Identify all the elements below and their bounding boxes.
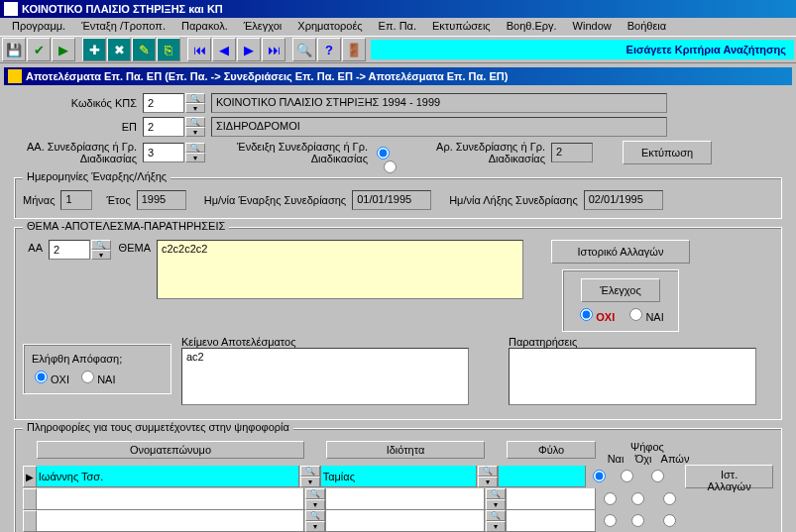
aa-syn-lookup[interactable]: 🔍▾: [185, 143, 205, 162]
menu-xrimatoroes[interactable]: Χρηματοροές: [289, 18, 370, 36]
vote-nai-radio[interactable]: [604, 514, 617, 527]
hm-enarx-field: 01/01/1995: [352, 190, 431, 210]
col-name: Ονοματεπώνυμο: [37, 441, 304, 459]
history-button[interactable]: Ιστορικό Αλλαγών: [551, 240, 690, 264]
ar-syn-field: 2: [551, 143, 593, 162]
table-row[interactable]: ▶ Ιωάννης Τσσ. 🔍▾ Ταμίας 🔍▾ Ιστ. Αλλαγών: [23, 465, 773, 488]
cell-gender[interactable]: [507, 510, 596, 532]
menu-eppa[interactable]: Επ. Πα.: [371, 18, 424, 36]
vote-apon-radio[interactable]: [651, 470, 664, 482]
kps-code-input[interactable]: [143, 93, 184, 113]
play-icon[interactable]: ▶: [52, 38, 75, 61]
label-aa: ΑΑ: [23, 240, 49, 254]
aa-syn-input[interactable]: [143, 143, 184, 162]
menu-programm[interactable]: Προγραμμ.: [4, 18, 73, 36]
vote-apon-radio[interactable]: [663, 492, 676, 505]
check-oxi-radio[interactable]: [580, 308, 593, 321]
menu-elegxoi[interactable]: Έλεγχοι: [236, 18, 290, 36]
help-icon[interactable]: ?: [317, 38, 341, 61]
elegxos-box: Έλεγχος ΟΧΙ ΝΑΙ: [562, 269, 679, 332]
cell-gender[interactable]: [499, 466, 586, 487]
menu-window[interactable]: Window: [565, 18, 620, 36]
row-marker-icon: ▶: [23, 466, 37, 487]
cell-role[interactable]: [326, 510, 485, 532]
check-oxi-label[interactable]: ΟΧΙ: [577, 311, 615, 323]
cell-name[interactable]: [37, 488, 304, 510]
apofasi-nai-label[interactable]: ΝΑΙ: [78, 373, 115, 385]
next-icon[interactable]: ▶: [237, 38, 261, 61]
dates-fieldset: Ημερομηνίες Έναρξης/Λήξης Μήνας 1 Έτος 1…: [14, 177, 782, 219]
paratiriseis-textarea[interactable]: [509, 348, 756, 405]
child-titlebar: Αποτελέσματα Επ. Πα. ΕΠ (Επ. Πα. -> Συνε…: [4, 67, 792, 85]
menu-ektyposeis[interactable]: Εκτυπώσεις: [424, 18, 499, 36]
cell-role[interactable]: Ταμίας: [321, 466, 477, 487]
menu-parakol[interactable]: Παρακολ.: [173, 18, 236, 36]
vote-oxi-radio[interactable]: [631, 514, 644, 527]
child-title: Αποτελέσματα Επ. Πα. ΕΠ (Επ. Πα. -> Συνε…: [26, 67, 508, 85]
child-window: Αποτελέσματα Επ. Πα. ΕΠ (Επ. Πα. -> Συνε…: [2, 65, 794, 532]
save-icon[interactable]: 💾: [2, 38, 26, 61]
menu-help[interactable]: Βοήθεια: [620, 18, 674, 36]
thema-textarea[interactable]: [157, 240, 523, 299]
name-lookup[interactable]: 🔍▾: [305, 488, 325, 510]
first-icon[interactable]: ⏮: [187, 38, 211, 61]
cell-role[interactable]: [326, 488, 485, 510]
dates-legend: Ημερομηνίες Έναρξης/Λήξης: [23, 170, 171, 182]
row-history-button[interactable]: Ιστ. Αλλαγών: [685, 465, 773, 488]
kps-lookup[interactable]: 🔍▾: [185, 93, 205, 113]
role-lookup[interactable]: 🔍▾: [486, 488, 506, 510]
ep-code-input[interactable]: [143, 117, 184, 137]
vote-oxi-radio[interactable]: [621, 470, 633, 482]
search-icon[interactable]: 🔍: [292, 38, 316, 61]
minas-field: 1: [60, 190, 92, 210]
aa-input[interactable]: [49, 240, 90, 260]
apofasi-oxi-label[interactable]: ΟΧΙ: [32, 373, 69, 385]
last-icon[interactable]: ⏭: [262, 38, 285, 61]
edit-icon[interactable]: ✎: [132, 38, 156, 61]
menu-entaxi[interactable]: Ένταξη /Τροποπ.: [73, 18, 173, 36]
check-nai-radio[interactable]: [629, 308, 642, 321]
copy-icon[interactable]: ⎘: [157, 38, 180, 61]
vote-apon-radio[interactable]: [663, 514, 676, 527]
ep-lookup[interactable]: 🔍▾: [185, 117, 205, 137]
cell-name[interactable]: Ιωάννης Τσσ.: [37, 466, 299, 487]
keimeno-textarea[interactable]: [181, 348, 469, 405]
apofasi-oxi-radio[interactable]: [35, 371, 48, 383]
vote-oxi-radio[interactable]: [631, 492, 644, 505]
cell-name[interactable]: [37, 510, 304, 532]
menu-voitherg[interactable]: Βοηθ.Εργ.: [499, 18, 565, 36]
hm-lix-field: 02/01/1995: [584, 190, 663, 210]
aa-lookup[interactable]: 🔍▾: [91, 240, 111, 260]
check-button[interactable]: Έλεγχος: [581, 278, 660, 302]
label-ar-syn: Αρ. Συνεδρίασης ή Γρ. Διαδικασίας: [422, 141, 551, 164]
check-icon[interactable]: ✔: [27, 38, 51, 61]
label-minas: Μήνας: [23, 194, 60, 206]
apofasi-box: Ελήφθη Απόφαση; ΟΧΙ ΝΑΙ: [23, 344, 171, 394]
table-row[interactable]: 🔍▾ 🔍▾: [23, 510, 773, 532]
cell-gender[interactable]: [507, 488, 596, 510]
app-title: ΚΟΙΝΟΤΙΚΟ ΠΛΑΙΣΙΟ ΣΤΗΡΙΞΗΣ και ΚΠ: [22, 0, 223, 18]
prev-icon[interactable]: ◀: [212, 38, 236, 61]
endeixi-radio-1[interactable]: [377, 147, 390, 160]
vote-nai-radio[interactable]: [604, 492, 617, 505]
print-button[interactable]: Εκτύπωση: [623, 141, 712, 164]
check-nai-label[interactable]: ΝΑΙ: [626, 311, 663, 323]
col-vote-nai: Ναι: [602, 453, 629, 465]
apofasi-nai-radio[interactable]: [81, 371, 94, 383]
name-lookup[interactable]: 🔍▾: [300, 466, 320, 487]
vote-nai-radio[interactable]: [593, 470, 606, 482]
role-lookup[interactable]: 🔍▾: [478, 466, 498, 487]
etos-field: 1995: [137, 190, 186, 210]
name-lookup[interactable]: 🔍▾: [305, 510, 325, 532]
label-aa-syn: ΑΑ. Συνεδρίασης ή Γρ. Διαδικασίας: [14, 141, 143, 164]
label-kps: Κωδικός ΚΠΣ: [14, 97, 143, 109]
table-row[interactable]: 🔍▾ 🔍▾: [23, 488, 773, 510]
exit-icon[interactable]: 🚪: [342, 38, 366, 61]
new-icon[interactable]: ✚: [82, 38, 106, 61]
role-lookup[interactable]: 🔍▾: [486, 510, 506, 532]
participants-grid: Ονοματεπώνυμο Ιδιότητα Φύλο Ψήφος Ναι Όχ…: [23, 441, 773, 532]
col-gender: Φύλο: [507, 441, 596, 459]
delete-icon[interactable]: ✖: [107, 38, 131, 61]
ep-desc: ΣΙΔΗΡΟΔΡΟΜΟΙ: [211, 117, 667, 137]
endeixi-radio-2[interactable]: [384, 160, 397, 173]
